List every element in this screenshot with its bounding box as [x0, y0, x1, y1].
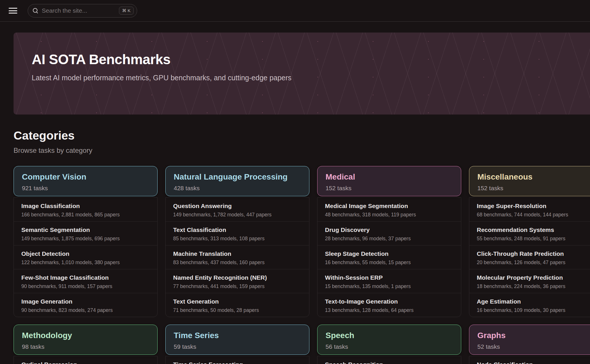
category-card: Natural Language Processing 428 tasks Qu… [165, 166, 309, 317]
categories-subheading: Browse tasks by category [14, 146, 590, 155]
category-header-link[interactable]: Graphs 52 tasks [469, 325, 590, 355]
task-list-item[interactable]: Time Series Forecasting [166, 356, 309, 364]
task-list-item[interactable]: Text-to-Image Generation 13 benchmarks, … [317, 293, 461, 317]
task-list: Image Super-Resolution 68 benchmarks, 74… [469, 197, 590, 317]
task-meta: 85 benchmarks, 313 models, 108 papers [173, 235, 302, 242]
task-meta: 15 benchmarks, 135 models, 1 papers [325, 283, 453, 289]
task-list-item[interactable]: Medical Image Segmentation 48 benchmarks… [317, 198, 461, 222]
category-header-link[interactable]: Time Series 59 tasks [165, 325, 309, 355]
task-title: Image Generation [21, 298, 150, 305]
task-list: Ordinal Regression [14, 356, 158, 364]
task-list-item[interactable]: Click-Through Rate Prediction 20 benchma… [469, 245, 590, 269]
category-card: Graphs 52 tasks Node Classification [469, 325, 590, 364]
task-meta: 149 benchmarks, 1,782 models, 447 papers [173, 211, 302, 218]
category-task-count: 921 tasks [22, 185, 149, 192]
category-header-link[interactable]: Speech 56 tasks [317, 325, 461, 355]
task-title: Image Classification [21, 202, 150, 210]
category-task-count: 152 tasks [326, 185, 453, 192]
task-list-item[interactable]: Question Answering 149 benchmarks, 1,782… [166, 198, 309, 222]
task-list-item[interactable]: Within-Session ERP 15 benchmarks, 135 mo… [317, 269, 461, 293]
category-header-link[interactable]: Natural Language Processing 428 tasks [165, 166, 309, 196]
task-meta: 16 benchmarks, 109 models, 30 papers [477, 307, 590, 313]
page-title: AI SOTA Benchmarks [32, 52, 590, 67]
task-list: Medical Image Segmentation 48 benchmarks… [317, 197, 461, 317]
task-meta: 20 benchmarks, 126 models, 47 papers [477, 259, 590, 266]
category-card: Miscellaneous 152 tasks Image Super-Reso… [469, 166, 590, 317]
category-task-count: 56 tasks [326, 343, 453, 350]
task-list-item[interactable]: Semantic Segmentation 149 benchmarks, 1,… [14, 222, 157, 245]
task-list-item[interactable]: Node Classification [469, 356, 590, 364]
category-header-link[interactable]: Miscellaneous 152 tasks [469, 166, 590, 196]
category-task-count: 98 tasks [22, 343, 149, 350]
task-meta: 83 benchmarks, 437 models, 160 papers [173, 259, 302, 266]
category-header-link[interactable]: Computer Vision 921 tasks [14, 166, 158, 196]
task-title: Molecular Property Prediction [477, 274, 590, 281]
task-meta: 68 benchmarks, 744 models, 144 papers [477, 211, 590, 218]
search-icon [33, 8, 38, 14]
task-meta: 90 benchmarks, 911 models, 157 papers [21, 283, 150, 289]
task-meta: 28 benchmarks, 96 models, 37 papers [325, 235, 453, 242]
category-task-count: 428 tasks [174, 185, 301, 192]
task-title: Speech Recognition [325, 361, 453, 364]
task-title: Machine Translation [173, 250, 302, 258]
task-title: Text-to-Image Generation [325, 298, 453, 305]
task-list-item[interactable]: Speech Recognition [317, 356, 461, 364]
task-list-item[interactable]: Text Generation 71 benchmarks, 50 models… [166, 293, 309, 317]
task-list-item[interactable]: Few-Shot Image Classification 90 benchma… [14, 269, 157, 293]
task-title: Recommendation Systems [477, 226, 590, 234]
task-title: Time Series Forecasting [173, 361, 302, 364]
task-title: Age Estimation [477, 298, 590, 305]
category-card: Computer Vision 921 tasks Image Classifi… [14, 166, 158, 317]
task-list-item[interactable]: Drug Discovery 28 benchmarks, 96 models,… [317, 222, 461, 245]
site-search-input[interactable]: Search the site... ⌘ K [28, 4, 137, 18]
task-list-item[interactable]: Image Generation 90 benchmarks, 823 mode… [14, 293, 157, 317]
task-meta: 166 benchmarks, 2,881 models, 865 papers [21, 211, 150, 218]
task-title: Ordinal Regression [21, 361, 150, 364]
category-card: Medical 152 tasks Medical Image Segmenta… [317, 166, 461, 317]
page-content: AI SOTA Benchmarks Latest AI model perfo… [0, 33, 590, 364]
task-list-item[interactable]: Recommendation Systems 55 benchmarks, 24… [469, 222, 590, 245]
task-list-item[interactable]: Sleep Stage Detection 16 benchmarks, 55 … [317, 245, 461, 269]
hamburger-menu-icon[interactable] [9, 8, 17, 14]
task-list-item[interactable]: Machine Translation 83 benchmarks, 437 m… [166, 245, 309, 269]
task-title: Text Generation [173, 298, 302, 305]
category-task-count: 52 tasks [477, 343, 590, 350]
task-list-item[interactable]: Text Classification 85 benchmarks, 313 m… [166, 222, 309, 245]
task-meta: 16 benchmarks, 55 models, 15 papers [325, 259, 453, 266]
task-list-item[interactable]: Molecular Property Prediction 18 benchma… [469, 269, 590, 293]
task-title: Text Classification [173, 226, 302, 234]
hero-banner: AI SOTA Benchmarks Latest AI model perfo… [14, 33, 590, 115]
task-list: Speech Recognition [317, 356, 461, 364]
task-meta: 48 benchmarks, 318 models, 119 papers [325, 211, 453, 218]
task-list-item[interactable]: Named Entity Recognition (NER) 77 benchm… [166, 269, 309, 293]
search-placeholder: Search the site... [42, 7, 119, 14]
task-list: Question Answering 149 benchmarks, 1,782… [165, 197, 309, 317]
category-header-link[interactable]: Medical 152 tasks [317, 166, 461, 196]
task-title: Semantic Segmentation [21, 226, 150, 234]
top-bar: Search the site... ⌘ K [0, 0, 590, 22]
page-subtitle: Latest AI model performance metrics, GPU… [32, 74, 590, 82]
task-list-item[interactable]: Image Super-Resolution 68 benchmarks, 74… [469, 198, 590, 222]
category-title: Methodology [22, 331, 149, 340]
task-title: Object Detection [21, 250, 150, 258]
task-title: Question Answering [173, 202, 302, 210]
task-list-item[interactable]: Image Classification 166 benchmarks, 2,8… [14, 198, 157, 222]
task-meta: 18 benchmarks, 224 models, 36 papers [477, 283, 590, 289]
task-title: Medical Image Segmentation [325, 202, 453, 210]
task-title: Node Classification [477, 361, 590, 364]
category-task-count: 59 tasks [174, 343, 301, 350]
task-meta: 90 benchmarks, 823 models, 274 papers [21, 307, 150, 313]
task-meta: 122 benchmarks, 1,010 models, 380 papers [21, 259, 150, 266]
task-list-item[interactable]: Ordinal Regression [14, 356, 157, 364]
task-list-item[interactable]: Object Detection 122 benchmarks, 1,010 m… [14, 245, 157, 269]
task-title: Click-Through Rate Prediction [477, 250, 590, 258]
category-header-link[interactable]: Methodology 98 tasks [14, 325, 158, 355]
task-list: Node Classification [469, 356, 590, 364]
category-title: Graphs [477, 331, 590, 340]
task-list-item[interactable]: Age Estimation 16 benchmarks, 109 models… [469, 293, 590, 317]
category-card: Methodology 98 tasks Ordinal Regression [14, 325, 158, 364]
task-meta: 55 benchmarks, 248 models, 91 papers [477, 235, 590, 242]
keyboard-shortcut-badge: ⌘ K [119, 7, 134, 15]
task-title: Within-Session ERP [325, 274, 453, 281]
task-meta: 13 benchmarks, 128 models, 64 papers [325, 307, 453, 313]
